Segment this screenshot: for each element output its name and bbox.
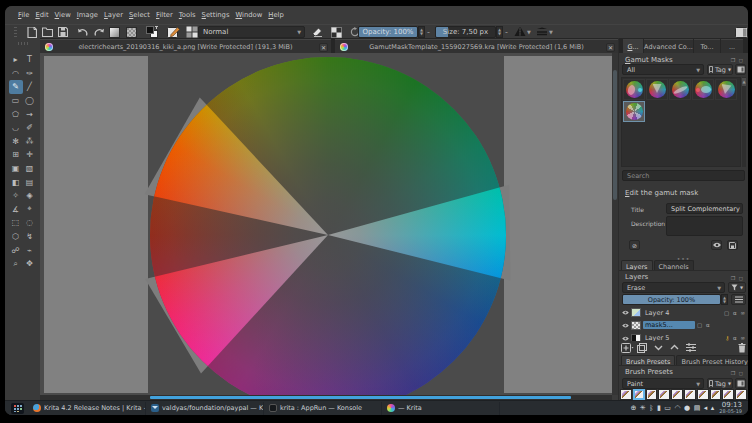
tray-bluetooth-icon[interactable]: ᛒ [649, 405, 653, 412]
brush-preset-thumb[interactable] [620, 389, 632, 400]
eraser-mode-button[interactable] [310, 26, 324, 38]
opacity-slider[interactable]: Opacity: 100% [358, 26, 418, 38]
docker-window-icons[interactable]: ❐ ◻ [731, 57, 744, 63]
brush-preset-thumb[interactable] [671, 389, 683, 400]
wrap-dropdown[interactable]: ▼ [549, 26, 553, 38]
tool-pan[interactable]: ✥ [23, 257, 37, 271]
undo-button[interactable] [75, 26, 89, 38]
brush-preset-thumb[interactable] [684, 389, 696, 400]
save-mask-button[interactable] [727, 240, 738, 250]
gamut-grid-scrollbar[interactable]: ▲ [742, 77, 746, 167]
tool-move[interactable]: ✛ [23, 148, 37, 162]
gamut-mask-shifted-triangle[interactable] [715, 79, 737, 100]
toolbox-drag-handle[interactable] [18, 42, 28, 45]
tool-edit-shapes[interactable]: ◠ [9, 67, 23, 81]
layer-properties-dialog-button[interactable] [686, 342, 696, 353]
tool-assistant[interactable]: ◈ [23, 189, 37, 203]
size-spinner[interactable]: ▲▼ [496, 26, 503, 38]
gamut-mask-atmospheric-triad[interactable] [623, 79, 645, 100]
menu-settings[interactable]: Settings [199, 8, 233, 22]
tool-polyline[interactable]: ⇝ [23, 107, 37, 121]
tool-pattern-edit[interactable]: ▤ [23, 175, 37, 189]
layer-opacity-spinner[interactable]: ▲▼ [721, 294, 728, 305]
brush-preset-thumb[interactable] [722, 389, 734, 400]
tab-electrichearts[interactable]: electrichearts_20190316_kiki_a.png [Writ… [40, 39, 331, 53]
gamut-search-input[interactable]: Search [622, 170, 745, 181]
redo-button[interactable] [92, 26, 106, 38]
menu-help[interactable]: Help [265, 8, 287, 22]
brush-preset-thumb[interactable] [697, 389, 709, 400]
canvas-viewport[interactable] [40, 53, 612, 395]
tool-bezier-curve[interactable]: ◡ [9, 121, 23, 135]
tool-transform[interactable]: ▸ [9, 53, 23, 67]
pattern-chooser[interactable] [126, 26, 137, 38]
delete-layer-button[interactable] [738, 342, 746, 353]
tray-display-icon[interactable]: ▭ [664, 405, 671, 412]
brush-window-icons[interactable]: ❐ ◻ [731, 370, 744, 376]
menu-view[interactable]: View [52, 8, 74, 22]
brush-preset-thumb[interactable] [633, 389, 645, 400]
layer-visibility-icon[interactable] [621, 309, 629, 316]
tray-lock-icon[interactable]: ● [684, 405, 690, 412]
edit-brush-settings-button[interactable] [167, 26, 180, 38]
tool-ellipse-select[interactable]: ◌ [23, 216, 37, 230]
tool-freehand-path[interactable]: ✐ [23, 121, 37, 135]
tool-transform-tool[interactable]: ⊞ [9, 148, 23, 162]
docker-tab-more[interactable]: ... [721, 39, 743, 53]
tool-reference[interactable]: ⌖ [23, 203, 37, 217]
docker-tab-gamut[interactable]: G... [623, 39, 643, 53]
task-firefox[interactable]: Krita 4.2 Release Notes | Krita - ... [28, 402, 146, 415]
wrap-around-button[interactable] [535, 26, 549, 38]
mirror-horizontal-button[interactable] [513, 26, 527, 38]
layer-opacity-slider[interactable]: Opacity: 100% [622, 294, 721, 305]
tray-wifi-icon[interactable]: ◠ [674, 405, 680, 412]
tray-battery-icon[interactable]: ▮ [657, 405, 661, 412]
mirror-h-dropdown[interactable]: ▼ [527, 26, 531, 38]
tool-freehand-brush[interactable]: ✎ [9, 80, 23, 94]
gamut-mask-split-complementary[interactable] [623, 101, 645, 122]
move-layer-up-button[interactable] [670, 342, 679, 353]
save-button[interactable] [56, 26, 70, 38]
brush-preset-thumb[interactable] [646, 389, 658, 400]
brush-filter-combo[interactable]: Paint▼ [622, 378, 704, 389]
tool-line[interactable]: ╱ [23, 80, 37, 94]
blending-mode-combo[interactable]: Normal▼ [198, 26, 305, 38]
docker-tab-touch[interactable]: To... [694, 39, 720, 53]
task-kmail[interactable]: valdyas/foundation/paypal — KM... [146, 402, 264, 415]
tool-rectangle[interactable]: ▭ [9, 94, 23, 108]
brush-preset-thumb[interactable] [710, 389, 722, 400]
menu-edit[interactable]: Edit [32, 8, 51, 22]
mask-title-input[interactable]: Split Complementary [666, 203, 743, 214]
menu-select[interactable]: Select [126, 8, 153, 22]
tool-magnetic-select[interactable]: ☍ [9, 243, 23, 257]
tab1-close-button[interactable]: ✕ [319, 43, 328, 52]
gamut-tag-button[interactable]: Tag▼ [707, 64, 733, 75]
tool-rect-select[interactable]: ⬚ [9, 216, 23, 230]
tool-similar-select[interactable]: ⌁ [23, 243, 37, 257]
layer-row-mask5-[interactable]: mask5...▢ α [621, 320, 746, 332]
choose-brush-preset-button[interactable] [186, 26, 198, 38]
opacity-spinner[interactable]: ▲▼ [418, 26, 425, 38]
tool-multibrush[interactable]: ⁂ [23, 135, 37, 149]
tool-dynamic-brush[interactable]: ✻ [9, 135, 23, 149]
tool-polygon-select[interactable]: ⬡ [9, 230, 23, 244]
brush-preset-thumb[interactable] [735, 389, 747, 400]
task-konsole[interactable]: krita : AppRun — Konsole [264, 402, 382, 415]
choose-workspace-button[interactable] [733, 26, 748, 38]
tab-gamutmasktemplate[interactable]: GamutMaskTemplate_1559027569.kra [Write … [335, 39, 618, 53]
layers-window-icons[interactable]: ❐ ◻ [731, 275, 744, 281]
app-launcher-icon[interactable] [11, 403, 24, 414]
menu-filter[interactable]: Filter [153, 8, 176, 22]
open-document-button[interactable] [40, 26, 54, 38]
tool-ellipse[interactable]: ◯ [23, 94, 37, 108]
layer-row-layer-4[interactable]: Layer 4▢ α ∞ [621, 307, 746, 319]
tray-search-icon[interactable]: ⊕ [630, 405, 636, 412]
tray-volume-icon[interactable]: ◂ [704, 405, 708, 412]
menu-file[interactable]: File [15, 8, 32, 22]
brush-preset-thumb[interactable] [658, 389, 670, 400]
tool-fill[interactable]: ◧ [9, 175, 23, 189]
tray-clipboard-icon[interactable]: ▤ [694, 405, 701, 412]
gamut-mask-complementary-triangle[interactable] [646, 79, 668, 100]
new-document-button[interactable] [25, 26, 39, 38]
tool-polygon[interactable]: ⬠ [9, 107, 23, 121]
